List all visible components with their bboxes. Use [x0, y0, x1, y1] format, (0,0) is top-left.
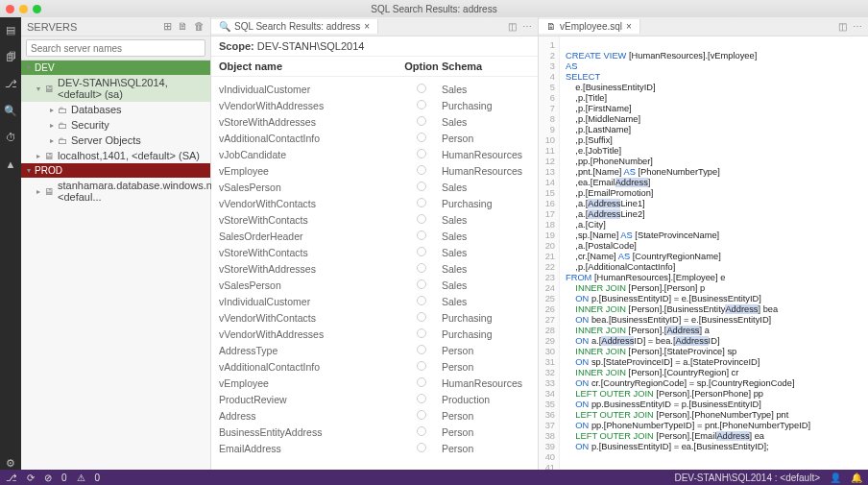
minimize-icon[interactable] [19, 5, 28, 13]
radio-icon[interactable] [417, 345, 426, 354]
result-row[interactable]: vAdditionalContactInfoPerson [211, 130, 538, 146]
result-option[interactable] [401, 198, 442, 209]
explorer-icon[interactable]: 🗐 [4, 50, 17, 63]
radio-icon[interactable] [417, 263, 426, 273]
result-row[interactable]: vVendorWithContactsPurchasing [211, 195, 538, 211]
result-option[interactable] [401, 182, 442, 193]
radio-icon[interactable] [417, 410, 426, 420]
bell-icon[interactable]: 🔔 [851, 473, 862, 483]
result-option[interactable] [401, 345, 442, 356]
radio-icon[interactable] [417, 426, 426, 436]
result-row[interactable]: vEmployeeHumanResources [211, 375, 538, 391]
radio-icon[interactable] [417, 328, 426, 338]
search-icon[interactable]: 🔍 [4, 104, 17, 117]
result-option[interactable] [401, 394, 442, 405]
radio-icon[interactable] [417, 182, 426, 191]
result-option[interactable] [401, 410, 442, 422]
result-row[interactable]: vEmployeeHumanResources [211, 162, 538, 179]
result-option[interactable] [401, 133, 442, 144]
tree-node-server-objects[interactable]: ▸ 🗀 Server Objects [21, 133, 210, 148]
result-option[interactable] [401, 100, 442, 111]
radio-icon[interactable] [417, 361, 426, 371]
close-icon[interactable] [6, 5, 14, 13]
server-node-localhost[interactable]: ▸ 🖥 localhost,1401, <default> (SA) [21, 148, 210, 163]
result-row[interactable]: BusinessEntityAddressPerson [211, 424, 538, 440]
result-option[interactable] [401, 165, 442, 177]
result-row[interactable]: vJobCandidateHumanResources [211, 146, 538, 162]
result-row[interactable]: AddressPerson [211, 407, 538, 424]
more-icon[interactable]: ⋯ [853, 21, 862, 32]
result-option[interactable] [401, 279, 442, 291]
history-icon[interactable]: ⏱ [4, 131, 17, 144]
radio-icon[interactable] [417, 84, 426, 93]
close-icon[interactable]: × [626, 21, 632, 32]
error-icon[interactable]: ⊘ [44, 473, 52, 483]
new-query-icon[interactable]: 🗎 [178, 20, 188, 33]
result-option[interactable] [401, 443, 442, 454]
result-option[interactable] [401, 296, 442, 307]
radio-icon[interactable] [417, 394, 426, 403]
server-search-input[interactable] [26, 39, 205, 57]
result-option[interactable] [401, 328, 442, 340]
radio-icon[interactable] [417, 149, 426, 158]
group-dev[interactable]: ▾ DEV [21, 61, 210, 75]
result-row[interactable]: vAdditionalContactInfoPerson [211, 358, 538, 375]
git-branch-icon[interactable]: ⎇ [6, 473, 17, 483]
result-option[interactable] [401, 214, 442, 226]
radio-icon[interactable] [417, 230, 426, 240]
refresh-icon[interactable]: 🗑 [194, 20, 205, 33]
result-row[interactable]: vStoreWithAddressesSales [211, 113, 538, 130]
split-icon[interactable]: ◫ [838, 21, 847, 32]
result-row[interactable]: vSalesPersonSales [211, 277, 538, 293]
code-editor[interactable]: 1 2 3 4 5 6 7 8 9 10 11 12 13 14 15 16 1… [539, 36, 868, 470]
result-row[interactable]: AddressTypePerson [211, 342, 538, 358]
result-row[interactable]: EmailAddressPerson [211, 440, 538, 456]
result-option[interactable] [401, 361, 442, 373]
result-row[interactable]: vStoreWithContactsSales [211, 244, 538, 260]
code-content[interactable]: CREATE VIEW [HumanResources].[vEmployee]… [560, 36, 868, 470]
radio-icon[interactable] [417, 279, 426, 289]
radio-icon[interactable] [417, 100, 426, 109]
more-icon[interactable]: ⋯ [522, 21, 532, 32]
result-option[interactable] [401, 426, 442, 438]
result-option[interactable] [401, 84, 442, 95]
tree-node-databases[interactable]: ▸ 🗀 Databases [21, 102, 210, 117]
radio-icon[interactable] [417, 116, 426, 126]
result-row[interactable]: vVendorWithAddressesPurchasing [211, 97, 538, 113]
maximize-icon[interactable] [33, 5, 41, 13]
result-row[interactable]: ProductReviewProduction [211, 391, 538, 407]
result-option[interactable] [401, 263, 442, 275]
warning-icon[interactable]: ⚠ [77, 473, 85, 483]
result-option[interactable] [401, 377, 442, 389]
result-row[interactable]: vSalesPersonSales [211, 179, 538, 195]
result-option[interactable] [401, 312, 442, 324]
group-prod[interactable]: ▾ PROD [21, 163, 210, 178]
radio-icon[interactable] [417, 443, 426, 452]
chart-icon[interactable]: ▲ [4, 158, 17, 171]
result-option[interactable] [401, 149, 442, 160]
radio-icon[interactable] [417, 247, 426, 256]
radio-icon[interactable] [417, 214, 426, 224]
split-icon[interactable]: ◫ [508, 21, 517, 32]
result-row[interactable]: vStoreWithContactsSales [211, 211, 538, 228]
tab-sql-search-results[interactable]: 🔍 SQL Search Results: address × [211, 19, 378, 34]
result-row[interactable]: vVendorWithContactsPurchasing [211, 309, 538, 326]
radio-icon[interactable] [417, 312, 426, 322]
new-connection-icon[interactable]: ⊞ [163, 20, 172, 33]
result-row[interactable]: vIndividualCustomerSales [211, 81, 538, 97]
result-row[interactable]: vIndividualCustomerSales [211, 293, 538, 309]
result-option[interactable] [401, 116, 442, 128]
radio-icon[interactable] [417, 133, 426, 142]
radio-icon[interactable] [417, 198, 426, 207]
tree-node-security[interactable]: ▸ 🗀 Security [21, 117, 210, 133]
result-row[interactable]: vStoreWithAddressesSales [211, 260, 538, 277]
servers-icon[interactable]: ▤ [4, 23, 17, 36]
server-node-dev[interactable]: ▾ 🖥 DEV-STANH\SQL2014, <default> (sa) [21, 75, 210, 102]
radio-icon[interactable] [417, 165, 426, 175]
result-row[interactable]: SalesOrderHeaderSales [211, 228, 538, 244]
server-node-prod[interactable]: ▸ 🖥 stanhamara.database.windows.net, <de… [21, 178, 210, 205]
results-list[interactable]: vIndividualCustomerSalesvVendorWithAddre… [211, 77, 538, 470]
sync-icon[interactable]: ⟳ [27, 473, 35, 483]
close-icon[interactable]: × [364, 21, 370, 32]
connection-label[interactable]: DEV-STANH\SQL2014 : <default> [674, 473, 820, 483]
